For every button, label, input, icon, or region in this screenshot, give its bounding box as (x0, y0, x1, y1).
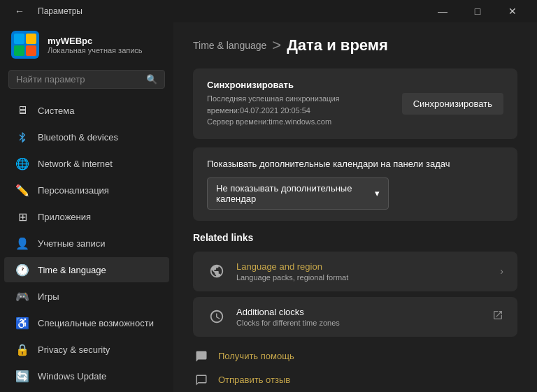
main-layout: myWEBpc Локальная учетная запись 🔍 🖥 Сис… (0, 22, 537, 392)
sidebar-item-personalization[interactable]: ✏️ Персонализация (4, 177, 169, 203)
sidebar-item-system[interactable]: 🖥 Система (4, 98, 169, 123)
close-button[interactable]: ✕ (496, 0, 529, 22)
sidebar-item-label: Bluetooth & devices (38, 132, 118, 143)
sidebar-item-label: Специальные возможности (38, 318, 154, 328)
accessibility-icon: ♿ (15, 316, 29, 330)
sync-last-label: Последняя успешная синхронизация (207, 93, 340, 105)
sidebar-item-network[interactable]: 🌐 Network & internet (4, 151, 169, 176)
personalization-icon: ✏️ (15, 183, 29, 197)
accounts-icon: 👤 (15, 236, 29, 250)
send-feedback-link[interactable]: Отправить отзыв (193, 372, 517, 389)
sync-server: Сервер времени:time.windows.com (207, 116, 340, 128)
titlebar: ← Параметры — □ ✕ (0, 0, 537, 22)
help-label: Получить помощь (218, 351, 294, 361)
clock-icon (207, 307, 227, 326)
avatar (11, 31, 39, 59)
windows-logo (14, 34, 36, 56)
bluetooth-icon (15, 130, 29, 144)
external-link-icon (492, 310, 503, 324)
sidebar-item-update[interactable]: 🔄 Windows Update (4, 363, 169, 389)
minimize-button[interactable]: — (427, 0, 459, 22)
maximize-button[interactable]: □ (461, 0, 494, 22)
link-text-block: Language and region Language packs, regi… (236, 261, 348, 282)
content-area: Time & language > Дата и время Синхрониз… (173, 22, 537, 392)
language-icon (207, 261, 227, 281)
link-title: Language and region (236, 261, 348, 272)
link-text-block: Additional clocks Clocks for different t… (236, 307, 340, 327)
sync-time: времени:04.07.2021 20:05:54 (207, 105, 340, 117)
link-subtitle: Language packs, regional format (236, 273, 348, 282)
page-title: Дата и время (287, 36, 388, 55)
feedback-label: Отправить отзыв (218, 375, 290, 385)
bottom-links: Получить помощь Отправить отзыв (193, 348, 517, 389)
sidebar-item-time[interactable]: 🕐 Time & language (4, 257, 169, 282)
sidebar: myWEBpc Локальная учетная запись 🔍 🖥 Сис… (0, 22, 173, 392)
sidebar-item-apps[interactable]: ⊞ Приложения (4, 204, 169, 229)
chevron-right-icon: › (500, 266, 503, 277)
search-icon: 🔍 (146, 74, 157, 85)
privacy-icon: 🔒 (15, 342, 29, 356)
sidebar-item-label: Network & internet (38, 159, 113, 169)
sync-card: Синхронизировать Последняя успешная синх… (193, 68, 517, 139)
additional-clocks-link[interactable]: Additional clocks Clocks for different t… (193, 297, 517, 337)
language-region-link[interactable]: Language and region Language packs, regi… (193, 252, 517, 291)
app-title: Параметры (38, 6, 83, 16)
link-card-left: Additional clocks Clocks for different t… (207, 307, 340, 327)
link-title: Additional clocks (236, 307, 340, 317)
sync-info: Синхронизировать Последняя успешная синх… (207, 80, 340, 128)
chevron-down-icon: ▾ (375, 188, 380, 198)
update-icon: 🔄 (15, 369, 29, 383)
link-card-left: Language and region Language packs, regi… (207, 261, 348, 282)
sidebar-item-label: Учетные записи (38, 238, 105, 249)
sidebar-item-label: Windows Update (38, 371, 106, 382)
back-icon: ← (15, 6, 24, 17)
titlebar-left: ← Параметры (8, 0, 83, 22)
calendar-label: Показывать дополнительные календари на п… (207, 159, 503, 169)
calendar-dropdown[interactable]: Не показывать дополнительные календар ▾ (207, 177, 389, 210)
related-links-title: Related links (193, 232, 517, 243)
profile-section[interactable]: myWEBpc Локальная учетная запись (0, 22, 173, 70)
breadcrumb: Time & language > Дата и время (193, 36, 517, 55)
games-icon: 🎮 (15, 289, 29, 303)
sync-button[interactable]: Синхронизировать (402, 93, 503, 115)
system-icon: 🖥 (15, 103, 29, 117)
search-box[interactable]: 🔍 (8, 70, 165, 89)
sidebar-item-label: Игры (38, 291, 59, 302)
profile-name: myWEBpc (48, 36, 143, 46)
profile-subtitle: Локальная учетная запись (48, 46, 143, 55)
sidebar-item-label: Privacy & security (38, 344, 110, 355)
sidebar-item-label: Приложения (38, 212, 91, 222)
calendar-card: Показывать дополнительные календари на п… (193, 147, 517, 221)
sidebar-item-bluetooth[interactable]: Bluetooth & devices (4, 124, 169, 150)
dropdown-value: Не показывать дополнительные календар (216, 183, 375, 204)
sidebar-item-privacy[interactable]: 🔒 Privacy & security (4, 337, 169, 362)
network-icon: 🌐 (15, 157, 29, 170)
apps-icon: ⊞ (15, 210, 29, 224)
sidebar-item-label: Персонализация (38, 185, 109, 196)
sidebar-item-label: Time & language (38, 265, 106, 275)
sidebar-item-games[interactable]: 🎮 Игры (4, 284, 169, 309)
time-icon: 🕐 (15, 263, 29, 277)
get-help-link[interactable]: Получить помощь (193, 348, 517, 365)
help-icon (193, 348, 210, 365)
breadcrumb-separator: > (272, 36, 281, 55)
sync-title: Синхронизировать (207, 80, 340, 90)
related-links-section: Related links Language and region Langua… (193, 232, 517, 337)
search-input[interactable] (16, 74, 141, 85)
window-controls: — □ ✕ (427, 0, 529, 22)
sidebar-item-accounts[interactable]: 👤 Учетные записи (4, 231, 169, 256)
sidebar-item-accessibility[interactable]: ♿ Специальные возможности (4, 310, 169, 335)
profile-info: myWEBpc Локальная учетная запись (48, 36, 143, 55)
sidebar-nav: 🖥 Система Bluetooth & devices 🌐 Network … (0, 97, 173, 389)
feedback-icon (193, 372, 210, 389)
link-subtitle: Clocks for different time zones (236, 319, 340, 327)
sidebar-item-label: Система (38, 106, 74, 116)
back-button[interactable]: ← (8, 0, 31, 22)
breadcrumb-parent: Time & language (193, 40, 266, 51)
